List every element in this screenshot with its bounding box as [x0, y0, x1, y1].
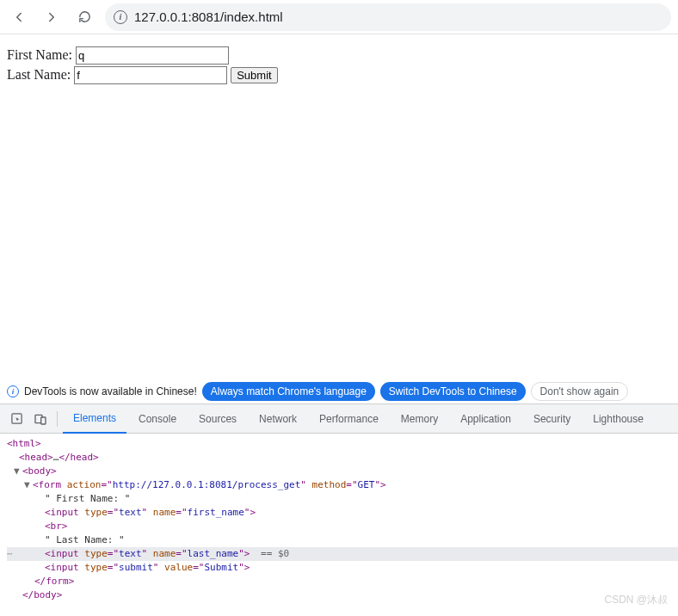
dom-line: <head>…</head> — [7, 451, 678, 465]
dom-line: " Last Name: " — [7, 533, 678, 547]
first-name-label: First Name: — [7, 47, 76, 62]
banner-text: DevTools is now available in Chinese! — [24, 385, 197, 397]
dom-line: <br> — [7, 520, 678, 533]
submit-button[interactable] — [231, 67, 277, 83]
switch-chinese-button[interactable]: Switch DevTools to Chinese — [380, 382, 526, 401]
tab-lighthouse[interactable]: Lighthouse — [582, 404, 654, 434]
dom-line-selected: ⋯<input type="text" name="last_name"> ==… — [7, 547, 678, 561]
url-text: 127.0.0.1:8081/index.html — [134, 9, 283, 24]
tab-memory[interactable]: Memory — [391, 404, 448, 434]
tab-elements[interactable]: Elements — [63, 404, 126, 434]
dom-tree[interactable]: <html> <head>…</head> ▼<body> ▼<form act… — [0, 434, 678, 616]
dom-line: " First Name: " — [7, 492, 678, 506]
dont-show-button[interactable]: Don't show again — [531, 382, 629, 401]
inspect-icon[interactable] — [5, 408, 28, 430]
svg-rect-2 — [41, 417, 46, 424]
first-name-input[interactable] — [76, 46, 229, 65]
ellipsis-icon[interactable]: ⋯ — [7, 547, 13, 561]
tab-performance[interactable]: Performance — [309, 404, 389, 434]
tab-application[interactable]: Application — [450, 404, 521, 434]
last-name-input[interactable] — [74, 66, 227, 84]
tab-network[interactable]: Network — [249, 404, 307, 434]
tab-sources[interactable]: Sources — [188, 404, 247, 434]
dom-line: <html> — [7, 437, 678, 451]
last-name-label: Last Name: — [7, 67, 74, 82]
dom-line: </body> — [7, 588, 678, 602]
dom-line: <input type="submit" value="Submit"> — [7, 561, 678, 575]
back-icon[interactable] — [7, 5, 31, 29]
match-language-button[interactable]: Always match Chrome's language — [202, 382, 375, 401]
dom-line: ▼<body> — [7, 465, 678, 478]
url-bar[interactable]: i 127.0.0.1:8081/index.html — [105, 3, 671, 31]
dom-line: <input type="text" name="first_name"> — [7, 506, 678, 520]
site-info-icon[interactable]: i — [114, 10, 127, 24]
dom-line: ▼<form action="http://127.0.0.1:8081/pro… — [7, 478, 678, 492]
tab-security[interactable]: Security — [523, 404, 581, 434]
devtools-toolbar: Elements Console Sources Network Perform… — [0, 404, 678, 434]
page-body: First Name: Last Name: — [0, 34, 678, 98]
divider — [57, 411, 58, 427]
browser-toolbar: i 127.0.0.1:8081/index.html — [0, 0, 678, 34]
info-icon: i — [7, 385, 19, 397]
reload-icon[interactable] — [72, 5, 96, 29]
forward-icon[interactable] — [40, 5, 64, 29]
tab-console[interactable]: Console — [128, 404, 187, 434]
device-icon[interactable] — [29, 408, 52, 430]
language-banner: i DevTools is now available in Chinese! … — [0, 379, 678, 404]
dom-line: </form> — [7, 575, 678, 588]
watermark: CSDN @沐叔 — [604, 593, 668, 607]
